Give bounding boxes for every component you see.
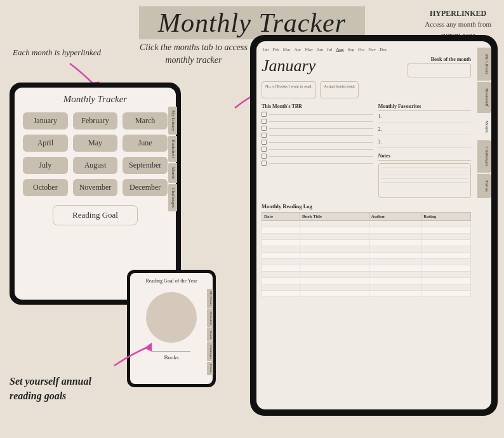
left-tablet-side-tabs: My Library Bookshelf Month Challenges [168,107,177,211]
tbr-line-8 [269,163,373,164]
fav-item-2: 2. [378,126,471,135]
left-tab-bookshelf[interactable]: Bookshelf [168,136,177,162]
small-tablet-title: Reading Goal of the Year [145,278,197,284]
nav-sep[interactable]: Sep [347,46,356,53]
month-btn-january[interactable]: January [23,112,68,129]
left-tab-month[interactable]: Month [168,163,177,183]
log-row-6 [262,253,471,259]
checkbox-8[interactable] [262,161,267,166]
month-btn-november[interactable]: November [73,179,118,196]
months-grid: January February March April May June Ju… [20,112,171,196]
col-rating: Rating [421,213,471,221]
january-header: January Book of the month [262,56,471,77]
tbr-section: This Month's TBR [262,103,373,198]
stat-actual-read: Actual books read: [320,81,359,98]
month-btn-march[interactable]: March [123,112,168,129]
reading-goal-circle [146,292,197,343]
nav-dec[interactable]: Dec [378,46,388,53]
right-tab-challenges[interactable]: Challenges [477,140,491,173]
month-btn-august[interactable]: August [73,157,118,174]
right-tab-bookshelf[interactable]: Bookshelf [477,82,491,113]
checkbox-3[interactable] [262,126,267,131]
reading-log-section: Monthly Reading Log Date Book Title Auth… [262,203,471,297]
book-of-month-label: Book of the month [408,56,471,62]
log-row-1 [262,221,471,227]
tbr-item-2 [262,119,373,124]
month-btn-may[interactable]: May [73,135,118,152]
left-annotation: Each month is hyperlinked [13,48,101,58]
bottom-annotation: Set yourself annual reading goals [10,375,111,403]
arrow-bottom [108,340,159,375]
month-btn-october[interactable]: October [23,179,68,196]
nav-jan[interactable]: Jan [262,46,270,53]
tbr-title: This Month's TBR [262,103,373,109]
checkbox-4[interactable] [262,133,267,138]
small-tab-library[interactable]: My Library [207,289,213,309]
nav-oct[interactable]: Oct [357,46,366,53]
note-line-3 [381,175,468,175]
fav-item-1: 1. [378,114,471,123]
nav-feb[interactable]: Feb [271,46,281,53]
nav-may[interactable]: May [303,46,314,53]
nav-jul[interactable]: Jul [326,46,333,53]
nav-mar[interactable]: Mar [282,46,292,53]
nav-aug[interactable]: Aug [335,46,345,53]
month-btn-september[interactable]: September [123,157,168,174]
month-btn-june[interactable]: June [123,135,168,152]
checkbox-6[interactable] [262,147,267,152]
tbr-line-3 [269,128,373,129]
checkbox-5[interactable] [262,140,267,145]
checkbox-7[interactable] [262,154,267,159]
month-btn-december[interactable]: December [123,179,168,196]
small-tab-bookshelf[interactable]: Bookshelf [207,309,213,328]
tbr-line-1 [269,114,373,115]
center-annotation-line2: monthly tracker [140,54,248,67]
month-btn-february[interactable]: February [73,112,118,129]
tbr-line-5 [269,142,373,143]
small-tab-challenges[interactable]: Challenges [207,342,213,361]
hyperlinked-subtitle1: Access any month from [425,19,491,30]
right-tab-extras[interactable]: Extras [477,174,491,198]
nav-jun[interactable]: Jun [315,46,324,53]
tbr-line-6 [269,149,373,150]
small-tab-extras[interactable]: Extras [207,362,213,375]
month-btn-july[interactable]: July [23,157,68,174]
month-nav: Jan Feb Mar Apr May Jun Jul Aug Sep Oct … [262,46,471,53]
notes-box [378,163,471,198]
stat-value-2 [324,88,355,96]
note-line-2 [381,171,468,171]
notes-title: Notes [378,153,471,161]
log-row-3 [262,234,471,240]
checkbox-1[interactable] [262,112,267,117]
reading-goal-button[interactable]: Reading Goal [53,205,138,225]
month-btn-april[interactable]: April [23,135,68,152]
note-line-4 [381,178,468,179]
favourites-list: 1. 2. 3. [378,114,471,148]
right-tab-month[interactable]: Month [477,114,491,139]
left-tab-challenges[interactable]: Challenges [168,184,177,211]
log-row-11 [262,284,471,291]
tbr-line-2 [269,121,373,122]
stat-label-1: No. of Books I want to read: [265,84,312,88]
right-tab-library[interactable]: My Library [477,48,491,81]
curved-arrow-bottom [108,340,159,372]
log-row-4 [262,240,471,246]
center-annotation: Click the months tab to access monthly t… [140,41,248,66]
small-tab-month[interactable]: Month [207,328,213,342]
tbr-item-6 [262,147,373,152]
tracker-title: Monthly Tracker [63,94,127,105]
log-row-7 [262,259,471,265]
left-tab-library[interactable]: My Library [168,107,177,135]
nav-apr[interactable]: Apr [293,46,303,53]
tbr-line-4 [269,135,373,136]
col-title: Book Title [300,213,369,221]
two-col-section: This Month's TBR Monthly Favourites [262,103,471,198]
stat-want-to-read: No. of Books I want to read: [262,81,316,98]
log-row-2 [262,227,471,234]
tbr-item-4 [262,133,373,138]
stat-value-1 [265,88,312,96]
nav-nov[interactable]: Nov [367,46,377,53]
log-row-8 [262,265,471,272]
checkbox-2[interactable] [262,119,267,124]
small-tablet-side-tabs: My Library Bookshelf Month Challenges Ex… [207,289,213,375]
